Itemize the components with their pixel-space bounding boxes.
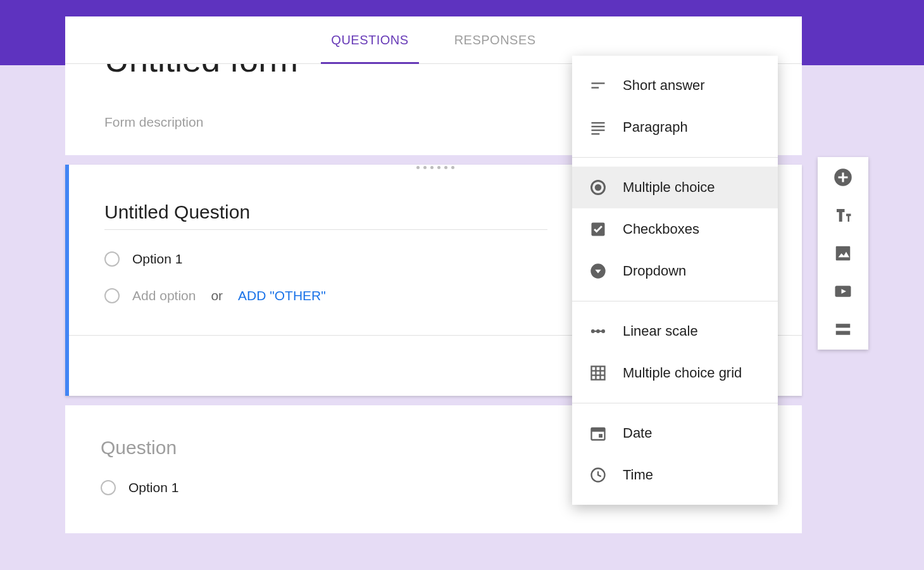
type-option-label: Linear scale — [623, 323, 698, 339]
type-option-linear-scale[interactable]: Linear scale — [572, 310, 778, 352]
add-title-button[interactable] — [833, 205, 853, 225]
option-label[interactable]: Option 1 — [132, 251, 182, 267]
type-option-label: Time — [623, 467, 653, 483]
tab-questions[interactable]: QUESTIONS — [327, 16, 412, 64]
add-section-button[interactable] — [833, 319, 853, 339]
radio-icon — [104, 251, 120, 267]
add-image-button[interactable] — [833, 243, 853, 263]
type-option-dropdown[interactable]: Dropdown — [572, 250, 778, 292]
type-option-label: Checkboxes — [623, 221, 699, 238]
short-answer-icon — [589, 76, 608, 95]
add-other-button[interactable]: ADD "OTHER" — [238, 288, 326, 303]
svg-rect-32 — [836, 331, 851, 335]
multiple-choice-icon — [589, 178, 608, 197]
type-option-paragraph[interactable]: Paragraph — [572, 106, 778, 148]
radio-icon — [101, 480, 116, 495]
svg-rect-24 — [599, 434, 602, 438]
option-label: Option 1 — [128, 480, 178, 495]
add-question-button[interactable] — [833, 167, 853, 187]
type-option-checkboxes[interactable]: Checkboxes — [572, 208, 778, 250]
type-option-label: Multiple choice — [623, 179, 715, 196]
type-option-multiple-choice-grid[interactable]: Multiple choice grid — [572, 352, 778, 394]
type-option-multiple-choice[interactable]: Multiple choice — [572, 167, 778, 208]
svg-rect-17 — [592, 367, 605, 380]
type-option-short-answer[interactable]: Short answer — [572, 65, 778, 106]
type-option-date[interactable]: Date — [572, 412, 778, 454]
question-type-menu: Short answerParagraphMultiple choiceChec… — [572, 56, 778, 505]
paragraph-icon — [589, 118, 608, 137]
checkboxes-icon — [589, 220, 608, 239]
side-toolbar — [818, 157, 868, 350]
type-option-label: Dropdown — [623, 263, 686, 279]
or-label: or — [211, 288, 223, 303]
time-icon — [589, 466, 608, 484]
svg-rect-27 — [836, 246, 851, 261]
form-title-text: Untitled form — [104, 64, 298, 77]
radio-icon — [104, 288, 120, 303]
svg-rect-23 — [592, 428, 605, 432]
type-option-label: Date — [623, 425, 652, 441]
add-video-button[interactable] — [833, 281, 853, 301]
svg-rect-16 — [593, 331, 603, 332]
tab-responses[interactable]: RESPONSES — [451, 16, 540, 64]
date-icon — [589, 424, 608, 443]
linear-scale-icon — [589, 322, 608, 341]
tab-label: RESPONSES — [454, 33, 536, 48]
add-option-button[interactable]: Add option — [132, 288, 196, 303]
type-option-time[interactable]: Time — [572, 454, 778, 496]
svg-rect-31 — [836, 324, 851, 327]
multiple-choice-grid-icon — [589, 364, 608, 383]
tab-label: QUESTIONS — [331, 33, 408, 48]
type-option-label: Short answer — [623, 77, 705, 94]
question-title-input[interactable]: Untitled Question — [104, 190, 547, 230]
svg-point-9 — [595, 184, 602, 191]
type-option-label: Multiple choice grid — [623, 365, 742, 381]
type-option-label: Paragraph — [623, 119, 688, 136]
dropdown-icon — [589, 262, 608, 281]
